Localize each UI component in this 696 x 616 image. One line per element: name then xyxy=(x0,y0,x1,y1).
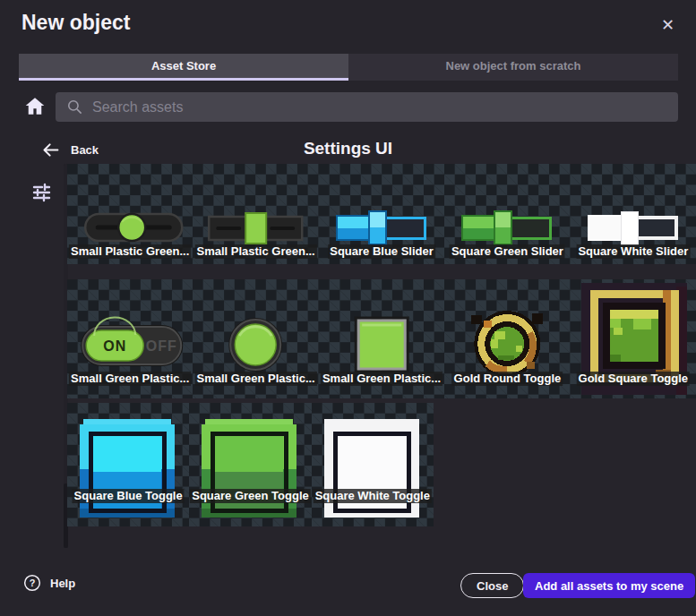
home-icon[interactable] xyxy=(23,95,47,118)
asset-label: Square Blue Toggle xyxy=(73,489,185,503)
help-label: Help xyxy=(50,577,75,590)
asset-label: Small Plastic Green... xyxy=(69,244,191,259)
asset-square-green-slider[interactable]: Square Green Slider xyxy=(444,164,570,264)
asset-label: Square Green Toggle xyxy=(190,489,311,503)
svg-text:?: ? xyxy=(30,578,36,588)
asset-label: Gold Square Toggle xyxy=(577,372,691,386)
asset-label: Square White Toggle xyxy=(314,489,432,503)
asset-gold-round-toggle[interactable]: Gold Round Toggle xyxy=(444,279,570,398)
asset-small-green-plastic-onoff-toggle[interactable]: ON OFF Small Green Plastic... xyxy=(67,279,193,398)
close-icon[interactable]: ✕ xyxy=(661,14,675,36)
filter-icon[interactable] xyxy=(30,182,52,203)
asset-square-white-slider[interactable]: Square White Slider xyxy=(571,164,696,264)
tab-bar: Asset Store New object from scratch xyxy=(19,54,678,81)
asset-small-green-plastic-square-toggle[interactable]: Small Green Plastic... xyxy=(319,279,444,398)
asset-square-green-toggle[interactable]: Square Green Toggle xyxy=(189,403,311,526)
search-placeholder: Search assets xyxy=(92,99,183,116)
section-title: Settings UI xyxy=(0,139,696,158)
asset-square-blue-slider[interactable]: Square Blue Slider xyxy=(319,164,444,264)
asset-gold-square-toggle[interactable]: Gold Square Toggle xyxy=(571,279,696,398)
asset-grid-row-2: ON OFF Small Green Plastic... Small Gree… xyxy=(67,279,696,398)
asset-small-green-plastic-circle-toggle[interactable]: Small Green Plastic... xyxy=(193,279,318,398)
help-button[interactable]: ? Help xyxy=(23,574,75,592)
asset-grid-row-1: Small Plastic Green... Small Plastic Gre… xyxy=(67,164,696,264)
asset-square-white-toggle[interactable]: Square White Toggle xyxy=(312,403,434,526)
asset-label: Square Green Slider xyxy=(450,244,565,259)
asset-label: Square Blue Slider xyxy=(328,244,435,259)
asset-square-blue-toggle[interactable]: Square Blue Toggle xyxy=(67,403,189,526)
add-all-assets-button[interactable]: Add all assets to my scene xyxy=(523,573,695,598)
dialog-title: New object xyxy=(21,11,130,35)
tab-asset-store[interactable]: Asset Store xyxy=(19,54,348,81)
search-input[interactable]: Search assets xyxy=(56,92,678,122)
asset-label: Small Green Plastic... xyxy=(69,372,191,386)
asset-label: Small Plastic Green... xyxy=(194,244,316,259)
toggle-on-text: ON xyxy=(103,338,126,354)
search-icon xyxy=(66,98,83,116)
asset-small-plastic-green-slider-square[interactable]: Small Plastic Green... xyxy=(193,164,318,264)
tab-new-object-from-scratch[interactable]: New object from scratch xyxy=(348,54,678,81)
asset-label: Small Green Plastic... xyxy=(194,372,316,386)
close-button[interactable]: Close xyxy=(460,573,524,598)
asset-label: Small Green Plastic... xyxy=(321,372,443,386)
asset-grid-row-3: Square Blue Toggle Square Green Toggle S… xyxy=(67,403,434,526)
asset-label: Square White Slider xyxy=(576,244,690,259)
help-icon: ? xyxy=(23,574,41,592)
asset-small-plastic-green-slider-round[interactable]: Small Plastic Green... xyxy=(67,164,193,264)
toggle-off-text: OFF xyxy=(146,338,177,354)
asset-label: Gold Round Toggle xyxy=(452,372,563,386)
